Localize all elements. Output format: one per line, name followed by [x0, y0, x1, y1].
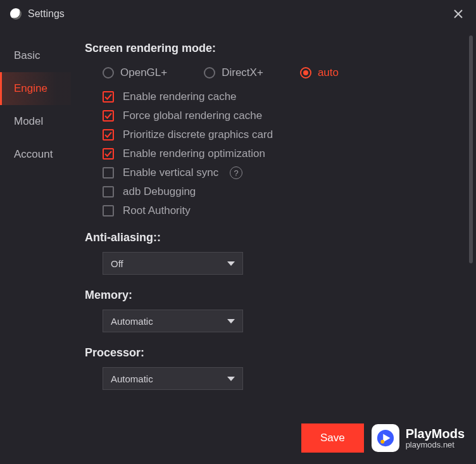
footer: Save PlayMods playmods.net — [301, 423, 465, 453]
tab-engine[interactable]: Engine — [0, 72, 71, 105]
tab-basic[interactable]: Basic — [0, 39, 71, 72]
titlebar: Settings — [0, 0, 476, 28]
window-title: Settings — [28, 8, 65, 20]
check-label: Enable rendering cache — [123, 91, 237, 103]
checkbox-icon — [103, 167, 114, 179]
check-adb-debugging[interactable]: adb Debugging — [85, 185, 453, 198]
memory-label: Memory: — [85, 289, 453, 302]
rendering-mode-radios: OpenGL+ DirectX+ auto — [85, 66, 453, 79]
select-value: Off — [111, 258, 123, 269]
save-label: Save — [320, 432, 345, 444]
brand-text: PlayMods playmods.net — [406, 427, 465, 449]
processor-label: Processor: — [85, 346, 453, 360]
select-value: Automatic — [111, 373, 153, 384]
radio-label: auto — [318, 66, 339, 79]
checkbox-icon — [103, 110, 114, 122]
settings-window: Settings Basic Engine Model Account Scre… — [0, 0, 476, 464]
check-rendering-optimization[interactable]: Enable rendering optimization — [85, 147, 453, 160]
tab-model[interactable]: Model — [0, 105, 71, 138]
radio-label: DirectX+ — [222, 66, 263, 79]
antialias-label: Anti-aliasing:: — [85, 231, 453, 244]
content-panel: Screen rendering mode: OpenGL+ DirectX+ … — [71, 28, 476, 420]
body: Basic Engine Model Account Screen render… — [0, 28, 476, 420]
chevron-down-icon — [227, 261, 235, 266]
checkbox-icon — [103, 186, 114, 198]
svg-point-1 — [380, 440, 384, 444]
tab-label: Account — [14, 148, 53, 161]
radio-dot-icon — [204, 67, 215, 78]
help-icon[interactable]: ? — [230, 166, 242, 179]
radio-dot-icon — [300, 67, 311, 78]
radio-dot-icon — [103, 67, 114, 78]
brand-sub: playmods.net — [406, 441, 465, 449]
check-label: Prioritize discrete graphics card — [123, 129, 273, 141]
sidebar: Basic Engine Model Account — [0, 28, 71, 420]
tab-account[interactable]: Account — [0, 138, 71, 171]
checkbox-icon — [103, 129, 114, 141]
close-button[interactable] — [451, 6, 466, 22]
brand-icon — [372, 424, 399, 452]
antialias-select[interactable]: Off — [103, 252, 243, 275]
check-label: Enable rendering optimization — [123, 147, 265, 160]
radio-label: OpenGL+ — [120, 66, 167, 79]
check-vsync[interactable]: Enable vertical sync ? — [85, 166, 453, 179]
radio-auto[interactable]: auto — [300, 66, 339, 79]
check-force-global-cache[interactable]: Force global rendering cache — [85, 110, 453, 122]
scrollbar[interactable] — [469, 35, 473, 263]
brand: PlayMods playmods.net — [372, 424, 465, 452]
check-discrete-gpu[interactable]: Prioritize discrete graphics card — [85, 129, 453, 141]
check-label: Force global rendering cache — [123, 110, 262, 122]
tab-label: Engine — [14, 82, 47, 95]
check-label: adb Debugging — [123, 185, 196, 198]
app-icon — [10, 8, 22, 20]
check-root-authority[interactable]: Root Authority — [85, 204, 453, 217]
tab-label: Basic — [14, 49, 41, 62]
radio-opengl[interactable]: OpenGL+ — [103, 66, 167, 79]
processor-select[interactable]: Automatic — [103, 367, 243, 390]
memory-select[interactable]: Automatic — [103, 310, 243, 332]
close-icon — [453, 9, 463, 19]
select-value: Automatic — [111, 316, 153, 327]
checkbox-icon — [103, 91, 114, 103]
chevron-down-icon — [227, 319, 235, 323]
checkbox-icon — [103, 205, 114, 216]
save-button[interactable]: Save — [301, 423, 364, 453]
check-label: Enable vertical sync — [123, 166, 218, 179]
checkbox-icon — [103, 148, 114, 160]
radio-directx[interactable]: DirectX+ — [204, 66, 263, 79]
section-title: Screen rendering mode: — [85, 42, 453, 55]
chevron-down-icon — [227, 377, 235, 381]
check-label: Root Authority — [123, 204, 191, 217]
tab-label: Model — [14, 115, 43, 128]
check-rendering-cache[interactable]: Enable rendering cache — [85, 91, 453, 103]
brand-title: PlayMods — [406, 427, 465, 441]
